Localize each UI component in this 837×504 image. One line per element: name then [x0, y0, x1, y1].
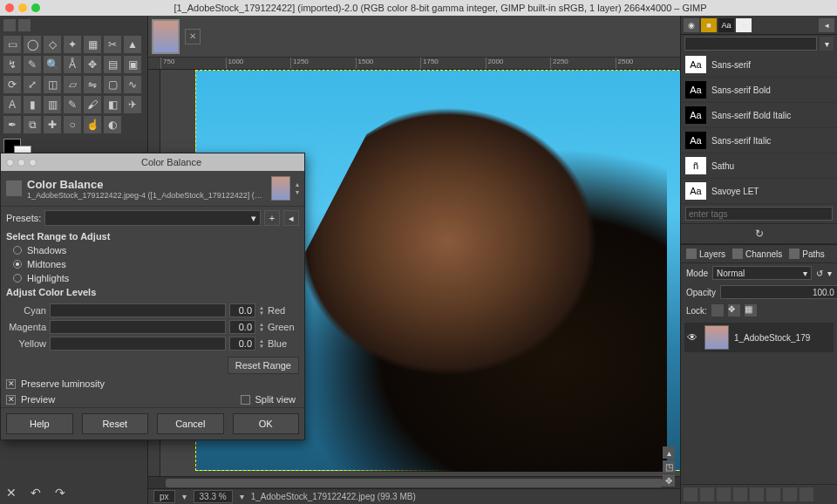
dialog-minimize-icon[interactable] [17, 159, 25, 167]
font-item[interactable]: AaSans-serif Bold Italic [681, 103, 837, 128]
prev-image-icon[interactable]: ▴ [296, 180, 299, 188]
cancel-button[interactable]: Cancel [157, 413, 224, 434]
reset-mode-icon[interactable]: ↺ [816, 269, 823, 278]
redo-icon[interactable]: ↷ [52, 485, 68, 501]
channels-tab[interactable]: Channels [732, 249, 782, 259]
fonts-tab-icon[interactable]: Aa [718, 18, 734, 32]
font-filter-input[interactable] [684, 37, 817, 51]
toolbox-tab-icon[interactable] [18, 19, 31, 31]
reset-range-button[interactable]: Reset Range [228, 357, 299, 374]
range-radio[interactable]: Midtones [13, 257, 292, 271]
help-button[interactable]: Help [6, 413, 73, 434]
dock-menu-icon[interactable]: ◂ [819, 18, 834, 32]
range-radio[interactable]: Highlights [13, 271, 292, 285]
tool-rotate[interactable]: ⟳ [3, 76, 21, 93]
slider-track[interactable] [50, 320, 226, 334]
horizontal-scrollbar[interactable] [148, 476, 680, 488]
tool-text[interactable]: A [3, 96, 21, 113]
new-layer-icon[interactable] [684, 487, 698, 501]
layer-name[interactable]: 1_AdobeStock_179 [734, 333, 831, 343]
preset-menu-icon[interactable]: ◂ [283, 210, 299, 226]
layers-tab[interactable]: Layers [686, 249, 725, 259]
tool-pencil[interactable]: ✎ [64, 96, 81, 113]
checkbox-icon[interactable]: ✕ [6, 395, 16, 405]
tool-crop[interactable]: ▣ [124, 56, 141, 73]
tool-heal[interactable]: ✚ [44, 116, 61, 133]
slider-value[interactable]: 0.0 [229, 303, 255, 317]
tool-color-picker[interactable]: ✎ [24, 56, 41, 73]
tool-blur[interactable]: ○ [64, 116, 81, 133]
reset-button[interactable]: Reset [82, 413, 149, 434]
tool-perspective[interactable]: ▱ [64, 76, 81, 93]
tool-shear[interactable]: ◫ [44, 76, 61, 93]
preserve-luminosity-checkbox[interactable]: ✕ Preserve luminosity [1, 376, 304, 392]
layer-row[interactable]: 👁 1_AdobeStock_179 [684, 323, 834, 352]
dialog-titlebar[interactable]: Color Balance [1, 153, 304, 171]
tool-eraser[interactable]: ◧ [104, 96, 121, 113]
delete-layer-icon[interactable] [800, 487, 813, 501]
radio-icon[interactable] [13, 274, 22, 283]
tags-input[interactable] [685, 207, 833, 221]
chevron-down-icon[interactable]: ▾ [827, 269, 832, 278]
tool-ink[interactable]: ✒ [3, 116, 21, 133]
new-group-icon[interactable] [700, 487, 714, 501]
spin-down-icon[interactable]: ▼ [259, 344, 264, 349]
ok-button[interactable]: OK [233, 413, 300, 434]
patterns-tab-icon[interactable]: ■ [701, 18, 717, 32]
slider-track[interactable] [50, 303, 226, 317]
font-item[interactable]: AaSans-serif [681, 52, 837, 78]
zoom-tool-icon[interactable]: ◳ [663, 460, 675, 473]
mode-select[interactable]: Normal▾ [712, 266, 812, 280]
tool-fuzzy-select[interactable]: ✦ [64, 36, 81, 53]
close-window-icon[interactable] [5, 3, 14, 12]
slider-track[interactable] [50, 337, 226, 351]
tool-zoom[interactable]: 🔍 [44, 56, 61, 73]
tool-paths[interactable]: ↯ [3, 56, 21, 73]
image-thumbnail-tab[interactable] [152, 19, 180, 54]
zoom-select[interactable]: 33.3 % [194, 490, 233, 503]
lower-layer-icon[interactable] [733, 487, 747, 501]
checkbox-icon[interactable]: ✕ [6, 379, 16, 389]
font-item[interactable]: AaSans-serif Bold [681, 78, 837, 103]
raise-layer-icon[interactable] [717, 487, 731, 501]
radio-icon[interactable] [13, 246, 22, 255]
delete-icon[interactable]: ✕ [3, 485, 19, 501]
chevron-down-icon[interactable]: ▾ [820, 37, 834, 51]
presets-select[interactable]: ▾ [44, 210, 261, 226]
preview-checkbox[interactable]: ✕ Preview [1, 392, 235, 407]
layer-thumbnail[interactable] [704, 325, 729, 350]
scroll-up-icon[interactable]: ▴ [663, 446, 675, 459]
tool-by-color[interactable]: ▦ [84, 36, 101, 53]
merge-down-icon[interactable] [766, 487, 780, 501]
paths-tab[interactable]: Paths [789, 249, 825, 259]
tool-rect-select[interactable]: ▭ [3, 36, 21, 53]
tool-clone[interactable]: ⧉ [24, 116, 41, 133]
slider-value[interactable]: 0.0 [229, 337, 255, 351]
add-preset-icon[interactable]: + [264, 210, 280, 226]
font-item[interactable]: ñSathu [681, 153, 837, 179]
document-history-tab-icon[interactable]: ▫ [736, 18, 752, 32]
dialog-zoom-icon[interactable] [29, 159, 37, 167]
brushes-tab-icon[interactable]: ◉ [684, 18, 699, 32]
tool-align[interactable]: ▤ [104, 56, 121, 73]
spin-down-icon[interactable]: ▼ [259, 327, 264, 332]
unit-select[interactable]: px [153, 490, 175, 503]
close-image-icon[interactable]: ✕ [185, 29, 201, 44]
lock-alpha-icon[interactable]: ▦ [745, 304, 757, 317]
undo-icon[interactable]: ↶ [28, 485, 44, 501]
maximize-window-icon[interactable] [31, 3, 40, 12]
toolbox-tab-icon[interactable] [3, 19, 16, 31]
tool-scale[interactable]: ⤢ [24, 76, 41, 93]
visibility-icon[interactable]: 👁 [687, 331, 699, 344]
anchor-layer-icon[interactable] [783, 487, 797, 501]
lock-pixels-icon[interactable] [711, 304, 724, 317]
tool-free-select[interactable]: ◇ [44, 36, 61, 53]
chevron-down-icon[interactable]: ▾ [182, 492, 187, 501]
tool-foreground[interactable]: ▲ [124, 36, 141, 53]
tool-move[interactable]: ✥ [84, 56, 101, 73]
minimize-window-icon[interactable] [18, 3, 27, 12]
tool-flip[interactable]: ⇋ [84, 76, 101, 93]
checkbox-icon[interactable] [241, 395, 250, 405]
opacity-input[interactable] [720, 285, 837, 299]
font-item[interactable]: AaSans-serif Italic [681, 128, 837, 153]
